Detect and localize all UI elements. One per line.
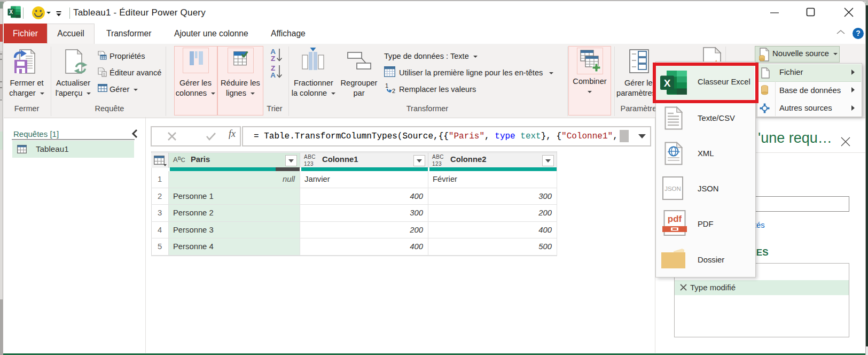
svg-text:2: 2: [392, 88, 395, 94]
svg-text:1: 1: [385, 82, 388, 89]
svg-text:Z: Z: [271, 55, 275, 62]
svg-text:A: A: [270, 71, 276, 79]
svg-text:JSON: JSON: [664, 186, 681, 192]
svg-text:pdf: pdf: [668, 214, 682, 224]
svg-text:>: >: [677, 149, 680, 155]
svg-text:X: X: [9, 9, 13, 15]
svg-text:<: <: [668, 149, 670, 155]
